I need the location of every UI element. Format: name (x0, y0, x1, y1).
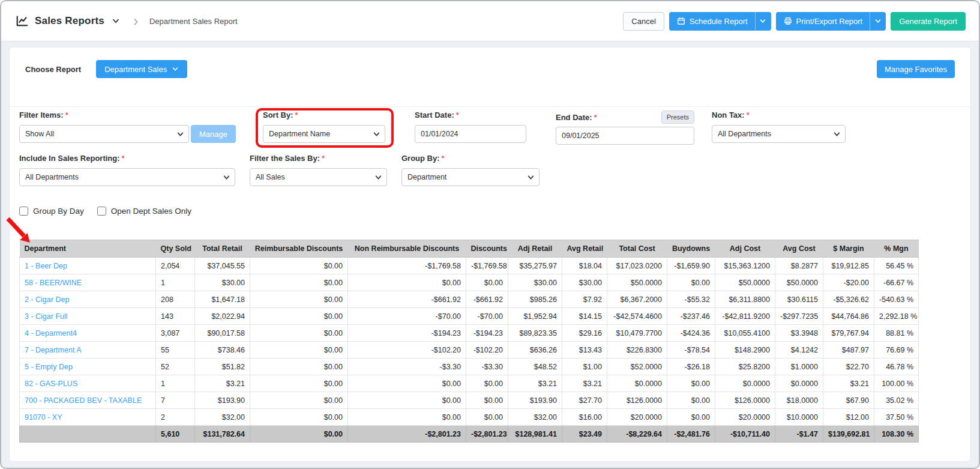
cell: $0.00 (250, 325, 348, 342)
cell: $0.00 (250, 291, 348, 308)
cell: $79,767.94 (823, 325, 874, 342)
cell: $0.00 (466, 274, 508, 291)
cell: $6,311.8800 (715, 291, 775, 308)
cell: $32.00 (195, 409, 250, 426)
totals-cell: -$2,481.76 (667, 426, 715, 443)
schedule-report-button[interactable]: Schedule Report (669, 12, 771, 31)
group-by-group: Group By:* Department (401, 154, 540, 186)
cell: -$70.00 (466, 308, 508, 325)
cell: $2,022.94 (195, 308, 250, 325)
totals-cell (20, 426, 156, 443)
cell: -$70.00 (348, 308, 466, 325)
column-header: Buydowns (667, 240, 715, 258)
filter-the-sales-by-select[interactable]: All Sales (250, 168, 387, 186)
column-header: Avg Retail (562, 240, 607, 258)
column-header: Avg Cost (775, 240, 823, 258)
required-asterisk: * (456, 110, 459, 120)
required-asterisk: * (322, 154, 325, 163)
cell: $0.00 (466, 409, 508, 426)
group-by-day-checkbox-group: Group By Day (19, 207, 84, 216)
cell: -$194.23 (348, 325, 466, 342)
cell: $17,023.0200 (607, 258, 667, 274)
cell: $3.21 (823, 375, 874, 392)
end-date-input[interactable] (556, 127, 694, 145)
group-by-day-label: Group By Day (33, 207, 84, 216)
department-link[interactable]: 4 - Deparment4 (25, 329, 77, 337)
department-link[interactable]: 1 - Beer Dep (25, 262, 67, 270)
cell: -$237.46 (667, 308, 715, 325)
end-date-label: End Date:* (556, 113, 597, 122)
department-link[interactable]: 3 - Cigar Full (25, 312, 68, 321)
cell: $20.0000 (715, 409, 775, 426)
cell: $30.00 (195, 274, 250, 291)
filter-items-select[interactable]: Show All (19, 125, 189, 143)
print-export-dropdown[interactable] (870, 12, 885, 31)
cell: 1 - Beer Dep (20, 258, 156, 274)
cell: $20.0000 (607, 409, 667, 426)
open-dept-sales-only-checkbox[interactable] (97, 207, 106, 216)
cancel-button[interactable]: Cancel (623, 12, 664, 31)
cell: 56.45 % (874, 258, 919, 274)
table-row: 82 - GAS-PLUS1$3.21$0.00$0.00$0.00$3.21$… (20, 375, 919, 392)
report-type-dropdown-button[interactable]: Department Sales (96, 60, 187, 78)
cell: -$5,326.62 (823, 291, 874, 308)
cell: -$26.18 (667, 359, 715, 375)
cell: $636.26 (508, 342, 562, 359)
title-dropdown-chevron-icon[interactable] (112, 17, 120, 25)
department-link[interactable]: 700 - PACKAGED BEV - TAXABLE (25, 396, 142, 405)
group-by-day-checkbox[interactable] (19, 207, 28, 216)
manage-favorites-button[interactable]: Manage Favorites (877, 60, 955, 78)
group-by-select[interactable]: Department (401, 168, 540, 186)
totals-cell: $131,782.64 (195, 426, 250, 443)
cell: 5 - Empty Dep (20, 359, 156, 375)
cell: -$661.92 (466, 291, 508, 308)
totals-cell: 5,610 (156, 426, 195, 443)
department-link[interactable]: 91070 - XY (25, 413, 62, 422)
department-link[interactable]: 58 - BEER/WINE (25, 279, 82, 287)
table-header: DepartmentQty SoldTotal RetailReimbursab… (20, 240, 919, 258)
required-asterisk: * (295, 110, 298, 120)
options-row: Group By Day Open Dept Sales Only (19, 207, 191, 216)
print-export-report-button[interactable]: Print/Export Report (776, 12, 886, 31)
totals-cell: -$8,229.64 (607, 426, 667, 443)
choose-report-label: Choose Report (25, 65, 81, 74)
department-link[interactable]: 2 - Cigar Dep (25, 295, 69, 304)
open-dept-sales-only-checkbox-group: Open Dept Sales Only (97, 207, 191, 216)
department-link[interactable]: 82 - GAS-PLUS (25, 380, 77, 388)
totals-cell: $128,981.41 (508, 426, 562, 443)
cell: $0.00 (250, 409, 348, 426)
filter-the-sales-by-group: Filter the Sales By:* All Sales (250, 154, 387, 186)
cell: $0.00 (250, 258, 348, 274)
cell: $29.16 (562, 325, 607, 342)
manage-filter-button[interactable]: Manage (191, 125, 236, 143)
sort-by-select[interactable]: Department Name (263, 125, 385, 143)
totals-cell: $139,692.81 (823, 426, 874, 443)
cell: $89,823.35 (508, 325, 562, 342)
report-table-container: DepartmentQty SoldTotal RetailReimbursab… (19, 240, 919, 443)
presets-button[interactable]: Presets (661, 110, 694, 124)
cell: $27.70 (562, 392, 607, 409)
table-row: 7 - Department A55$738.46$0.00-$102.20-$… (20, 342, 919, 359)
cell: $32.00 (508, 409, 562, 426)
cell: 37.50 % (874, 409, 919, 426)
include-in-sales-reporting-select[interactable]: All Departments (19, 168, 235, 186)
column-header: Total Retail (195, 240, 250, 258)
cell: $0.00 (250, 342, 348, 359)
department-link[interactable]: 7 - Department A (25, 346, 82, 354)
department-link[interactable]: 5 - Empty Dep (25, 363, 73, 371)
start-date-input[interactable] (415, 125, 526, 143)
report-type-label: Department Sales (104, 65, 167, 74)
chevron-down-icon (759, 17, 766, 25)
cell: -540.63 % (874, 291, 919, 308)
non-tax-select[interactable]: All Departments (712, 125, 846, 143)
breadcrumb-chevron-icon (132, 17, 140, 25)
table-row: 2 - Cigar Dep208$1,647.18$0.00-$661.92-$… (20, 291, 919, 308)
filter-items-group: Filter Items:* Show All Manage (19, 110, 236, 143)
generate-report-button[interactable]: Generate Report (891, 12, 966, 31)
app-window: Sales Reports Department Sales Report Ca… (0, 0, 980, 469)
cell: $1.0000 (775, 359, 823, 375)
cell: $487.97 (823, 342, 874, 359)
printer-icon (784, 17, 792, 25)
cell: 91070 - XY (20, 409, 156, 426)
schedule-report-dropdown[interactable] (755, 12, 771, 31)
